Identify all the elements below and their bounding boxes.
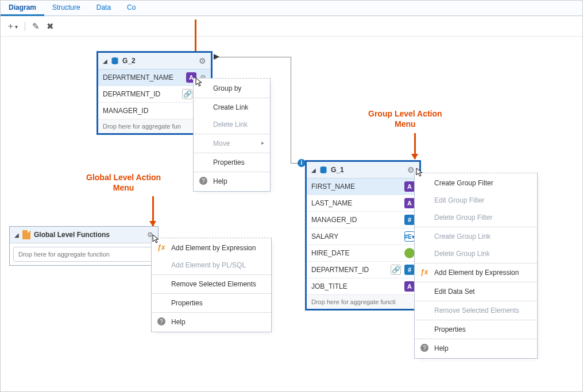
connector-start-icon: [214, 54, 219, 60]
column-label: DEPARTMENT_NAME: [103, 73, 183, 81]
link-icon: 🔗: [391, 265, 401, 275]
menu-create-group-link: Create Group Link: [415, 228, 537, 245]
global-functions-header[interactable]: ◢ Global Level Functions ⚙: [10, 227, 158, 243]
column-row[interactable]: LAST_NAME A: [307, 195, 419, 212]
arrow-group-level: [414, 133, 416, 159]
menu-help[interactable]: ? Help: [194, 173, 270, 190]
global-action-menu: ƒx Add Element by Expression Add Element…: [151, 238, 272, 332]
column-label: DEPARTMENT_ID: [103, 90, 179, 98]
menu-delete-group-filter: Delete Group Filter: [415, 209, 537, 226]
column-row[interactable]: DEPARTMENT_ID 🔗 #: [307, 262, 419, 278]
menu-help[interactable]: ? Help: [152, 313, 271, 331]
global-functions-title: Global Level Functions: [34, 231, 110, 239]
fx-icon: ƒx: [420, 268, 428, 276]
collapse-icon[interactable]: ◢: [103, 58, 107, 64]
menu-remove-selected: Remove Selected Elements: [415, 302, 537, 319]
column-row[interactable]: JOB_TITLE A: [307, 278, 419, 295]
global-functions-panel: ◢ Global Level Functions ⚙ Drop here for…: [9, 226, 159, 266]
toolbar: ＋▾ ✎ ✖: [1, 16, 582, 37]
menu-remove-selected[interactable]: Remove Selected Elements: [152, 275, 271, 293]
type-expression-icon: #E▾: [404, 231, 415, 242]
group-action-menu: Create Group Filter Edit Group Filter De…: [414, 173, 538, 359]
svg-point-2: [112, 62, 118, 64]
cursor-icon: [195, 77, 205, 87]
menu-properties[interactable]: Properties: [152, 294, 271, 312]
menu-create-link[interactable]: Create Link: [194, 99, 270, 116]
group-header-g1[interactable]: ◢ G_1 ⚙: [307, 162, 419, 178]
tabs-bar: Diagram Structure Data Co: [1, 1, 582, 16]
annotation-global-level: Global Level ActionMenu: [86, 172, 161, 193]
column-label: HIRE_DATE: [311, 249, 401, 257]
document-icon: [22, 230, 30, 239]
diagram-canvas: Element Level Action Global Level Action…: [1, 37, 582, 392]
column-label: FIRST_NAME: [311, 183, 401, 191]
column-label: MANAGER_ID: [103, 107, 192, 115]
tab-diagram[interactable]: Diagram: [1, 1, 44, 16]
menu-edit-dataset[interactable]: Edit Data Set: [415, 283, 537, 300]
tab-structure[interactable]: Structure: [44, 1, 88, 15]
type-text-icon: A: [404, 181, 415, 192]
group-gear-g2[interactable]: ⚙: [199, 56, 206, 65]
cursor-icon: [152, 234, 162, 244]
link-icon: 🔗: [182, 89, 192, 99]
column-label: MANAGER_ID: [311, 216, 401, 224]
column-row[interactable]: FIRST_NAME A: [307, 178, 419, 195]
column-label: DEPARTMENT_ID: [311, 266, 387, 274]
help-icon: ?: [157, 317, 165, 325]
aggregate-drop-zone[interactable]: Drop here for aggregate functi: [307, 295, 419, 309]
info-icon[interactable]: i: [298, 159, 306, 167]
collapse-icon[interactable]: ◢: [311, 167, 316, 173]
type-text-icon: A: [404, 281, 415, 292]
menu-properties[interactable]: Properties: [194, 154, 270, 171]
aggregate-drop-zone[interactable]: Drop here for aggregate function: [13, 247, 155, 262]
menu-create-group-filter[interactable]: Create Group Filter: [415, 174, 537, 192]
tab-code[interactable]: Co: [119, 1, 144, 15]
edit-icon[interactable]: ✎: [32, 21, 40, 32]
menu-add-plsql: Add Element by PL/SQL: [152, 257, 271, 274]
group-title: G_1: [331, 166, 344, 174]
type-text-icon: A: [404, 198, 415, 208]
column-label: SALARY: [311, 232, 401, 240]
menu-delete-link: Delete Link: [194, 116, 270, 133]
tab-data[interactable]: Data: [88, 1, 119, 15]
add-button[interactable]: ＋▾: [6, 21, 18, 32]
help-icon: ?: [199, 177, 207, 185]
delete-icon[interactable]: ✖: [47, 21, 54, 32]
collapse-icon[interactable]: ◢: [14, 232, 19, 238]
menu-move: Move: [194, 135, 270, 152]
dataset-icon: [111, 57, 119, 65]
menu-help[interactable]: ? Help: [415, 340, 537, 357]
group-panel-g1: ◢ G_1 ⚙ FIRST_NAME A LAST_NAME A MANAGER…: [305, 160, 421, 311]
help-icon: ?: [420, 344, 428, 352]
connector: [291, 57, 291, 163]
menu-edit-group-filter: Edit Group Filter: [415, 192, 537, 209]
column-row[interactable]: MANAGER_ID #: [307, 212, 419, 228]
column-label: JOB_TITLE: [311, 282, 401, 290]
type-number-icon: #: [404, 265, 415, 275]
connector: [216, 57, 291, 57]
column-label: LAST_NAME: [311, 199, 401, 207]
column-row[interactable]: SALARY #E▾: [307, 228, 419, 245]
type-date-icon: [404, 248, 415, 258]
type-number-icon: #: [404, 215, 415, 225]
group-title: G_2: [122, 57, 136, 65]
menu-add-expression[interactable]: ƒx Add Element by Expression: [152, 239, 271, 257]
dataset-icon: [319, 166, 327, 174]
annotation-group-level: Group Level ActionMenu: [368, 108, 442, 129]
toolbar-separator: [25, 22, 25, 31]
svg-point-5: [321, 171, 327, 173]
element-action-menu: Group by Create Link Delete Link Move Pr…: [193, 78, 271, 192]
menu-properties[interactable]: Properties: [415, 321, 537, 338]
menu-delete-group-link: Delete Group Link: [415, 245, 537, 262]
fx-icon: ƒx: [157, 243, 165, 251]
column-row[interactable]: HIRE_DATE: [307, 245, 419, 262]
cursor-icon: [415, 167, 426, 177]
group-header-g2[interactable]: ◢ G_2 ⚙: [98, 53, 211, 69]
menu-add-expression[interactable]: ƒx Add Element by Expression: [415, 264, 537, 281]
arrow-global-level: [152, 196, 154, 226]
